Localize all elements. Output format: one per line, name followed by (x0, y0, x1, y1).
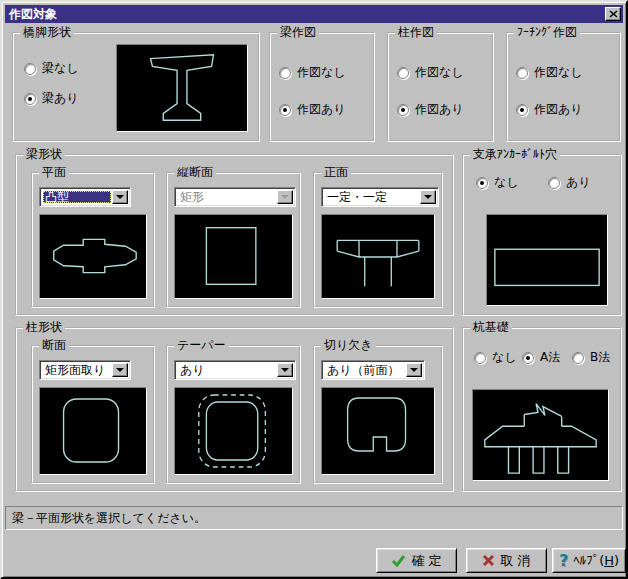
vertical-section-drawing (175, 215, 292, 298)
subgroup-front: 正面 一定・一定 (313, 172, 443, 308)
radio-label: 作図なし (297, 64, 346, 81)
radio-icon (397, 67, 409, 79)
combo-arrow-button[interactable] (406, 363, 422, 377)
radio-icon (279, 104, 291, 116)
dialog-title: 作図対象 (9, 6, 57, 23)
plan-shape-select[interactable]: 凸型 (39, 187, 131, 207)
notch-drawing (322, 388, 434, 474)
front-drawing (322, 215, 434, 298)
group-column-draw-label: 柱作図 (395, 25, 437, 39)
front-shape-value: 一定・一定 (325, 191, 419, 203)
help-button[interactable]: ? ﾍﾙﾌﾟ(H) (552, 548, 626, 573)
subgroup-taper-label: テーパー (174, 338, 229, 352)
radio-pile-method-b[interactable]: B法 (572, 349, 610, 366)
notch-value: あり（前面） (325, 364, 405, 376)
group-footing-draw: ﾌｰﾁﾝｸﾞ作図 作図なし 作図あり (506, 32, 621, 142)
group-pier-shape: 橋脚形状 梁なし 梁あり (12, 32, 260, 142)
subgroup-notch-label: 切り欠き (321, 338, 376, 352)
radio-icon (24, 93, 36, 105)
radio-icon (279, 67, 291, 79)
radio-label: 作図あり (415, 101, 464, 118)
combo-arrow-button[interactable] (420, 190, 436, 204)
ok-button[interactable]: 確 定 (376, 548, 457, 573)
close-button[interactable] (605, 7, 621, 21)
radio-pile-none[interactable]: なし (474, 349, 517, 366)
vertical-section-select: 矩形 (174, 187, 296, 207)
pile-preview-image (472, 389, 609, 481)
section-shape-value: 矩形面取り (43, 364, 111, 376)
group-beam-draw: 梁作図 作図なし 作図あり (269, 32, 375, 142)
radio-column-draw-no[interactable]: 作図なし (397, 64, 464, 81)
radio-label: 作図なし (534, 64, 583, 81)
chevron-down-icon (424, 195, 432, 199)
chevron-down-icon (116, 368, 124, 372)
radio-label: 作図あり (297, 101, 346, 118)
radio-footing-draw-yes[interactable]: 作図あり (516, 101, 583, 118)
radio-icon (397, 104, 409, 116)
combo-arrow-button[interactable] (112, 190, 128, 204)
chevron-down-icon (410, 368, 418, 372)
radio-icon (516, 104, 528, 116)
plan-shape-value: 凸型 (43, 191, 111, 203)
check-icon (391, 554, 406, 567)
taper-value: あり (178, 364, 276, 376)
radio-anchor-yes[interactable]: あり (548, 174, 591, 191)
subgroup-vertical-section-label: 縦断面 (174, 165, 216, 179)
combo-arrow-button (277, 190, 293, 204)
radio-anchor-none[interactable]: なし (476, 174, 519, 191)
radio-icon (474, 352, 486, 364)
radio-label: なし (494, 174, 519, 191)
group-column-shape: 柱形状 断面 矩形面取り テーパー あり (15, 327, 454, 492)
combo-arrow-button[interactable] (112, 363, 128, 377)
radio-icon (516, 67, 528, 79)
radio-icon (24, 63, 36, 75)
notch-select[interactable]: あり（前面） (321, 360, 425, 380)
radio-beam-draw-no[interactable]: 作図なし (279, 64, 346, 81)
radio-label: なし (492, 349, 517, 366)
subgroup-taper: テーパー あり (166, 345, 301, 484)
vertical-section-value: 矩形 (178, 191, 276, 203)
plan-drawing (40, 215, 146, 298)
radio-beam-yes[interactable]: 梁あり (24, 90, 79, 107)
radio-label: 作図あり (534, 101, 583, 118)
radio-pile-method-a[interactable]: A法 (522, 349, 560, 366)
subgroup-plan-label: 平面 (39, 165, 69, 179)
subgroup-front-label: 正面 (321, 165, 351, 179)
taper-preview-image (174, 387, 293, 475)
pier-preview-image (116, 44, 248, 132)
group-beam-draw-label: 梁作図 (277, 25, 319, 39)
group-pile-foundation-label: 杭基礎 (470, 320, 512, 334)
title-bar[interactable]: 作図対象 (5, 5, 623, 23)
dialog-window: 作図対象 橋脚形状 梁なし 梁あり 梁作図 作図なし 作図あり (0, 0, 628, 579)
radio-column-draw-yes[interactable]: 作図あり (397, 101, 464, 118)
radio-footing-draw-no[interactable]: 作図なし (516, 64, 583, 81)
status-text: 梁－平面形状を選択してください。 (12, 510, 206, 527)
front-shape-select[interactable]: 一定・一定 (321, 187, 439, 207)
notch-preview-image (321, 387, 435, 475)
group-column-shape-label: 柱形状 (23, 320, 65, 334)
group-beam-shape-label: 梁形状 (23, 147, 65, 161)
group-bearing-anchor-holes-label: 支承ｱﾝｶｰﾎﾞﾙﾄ穴 (470, 147, 560, 161)
radio-label: 梁なし (42, 60, 79, 77)
chevron-down-icon (116, 195, 124, 199)
radio-beam-none[interactable]: 梁なし (24, 60, 79, 77)
radio-beam-draw-yes[interactable]: 作図あり (279, 101, 346, 118)
radio-icon (572, 352, 584, 364)
taper-drawing (175, 388, 292, 474)
front-preview-image (321, 214, 435, 299)
cancel-button-label: 取 消 (500, 552, 530, 570)
close-icon (609, 10, 618, 18)
combo-arrow-button[interactable] (277, 363, 293, 377)
group-pile-foundation: 杭基礎 なし A法 B法 (462, 327, 622, 492)
radio-label: あり (566, 174, 591, 191)
group-bearing-anchor-holes: 支承ｱﾝｶｰﾎﾞﾙﾄ穴 なし あり (462, 154, 622, 316)
group-column-draw: 柱作図 作図なし 作図あり (387, 32, 494, 142)
chevron-down-icon (281, 368, 289, 372)
cancel-button[interactable]: 取 消 (466, 548, 547, 573)
subgroup-section: 断面 矩形面取り (31, 345, 155, 484)
chevron-down-icon (281, 195, 289, 199)
taper-select[interactable]: あり (174, 360, 296, 380)
section-shape-select[interactable]: 矩形面取り (39, 360, 131, 380)
radio-icon (548, 177, 560, 189)
radio-icon (476, 177, 488, 189)
